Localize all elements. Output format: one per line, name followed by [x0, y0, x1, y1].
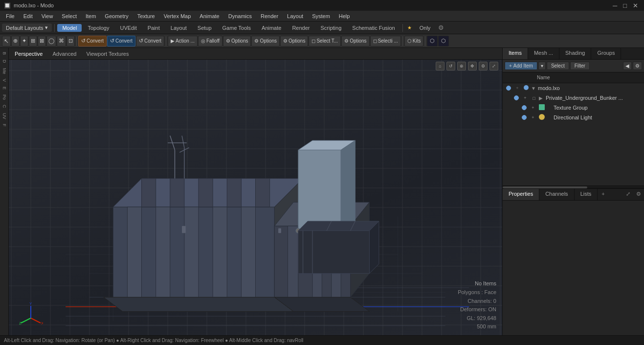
sidebar-tab-me[interactable]: Me	[1, 66, 8, 76]
prop-expand-icon[interactable]: ⤢	[623, 189, 633, 200]
add-item-arrow[interactable]: ▾	[538, 62, 546, 70]
convert-button-blue[interactable]: ↺ Convert	[107, 36, 135, 46]
vis-eye-2[interactable]	[520, 104, 528, 112]
sidebar-tab-c[interactable]: C	[1, 103, 8, 110]
titlebar-controls[interactable]: ─ □ ✕	[611, 2, 640, 9]
selecti-button[interactable]: ◻ Selecti ...	[370, 36, 401, 46]
filter-button[interactable]: Filter	[570, 62, 590, 70]
unreal-connect-button[interactable]: ⬡	[438, 36, 449, 46]
kits-button[interactable]: ⬡ Kits	[404, 36, 424, 46]
tool-btn-7[interactable]: ⊡	[67, 36, 75, 46]
viewport-tab-perspective[interactable]: Perspective	[13, 50, 44, 58]
settings-icon[interactable]: ⚙	[436, 24, 446, 31]
viewport-tab-advanced[interactable]: Advanced	[50, 50, 78, 58]
items-settings-button[interactable]: ⚙	[633, 62, 642, 70]
close-button[interactable]: ✕	[631, 2, 640, 9]
layout-tab-animate[interactable]: Animate	[257, 24, 286, 32]
menu-help[interactable]: Help	[335, 12, 354, 20]
layout-tab-setup[interactable]: Setup	[193, 24, 217, 32]
menu-geometry[interactable]: Geometry	[101, 12, 132, 20]
tree-arrow-3[interactable]: ▶	[547, 115, 553, 120]
vis-circle-3	[522, 115, 527, 120]
status-text: Alt-Left Click and Drag: Navigation: Rot…	[4, 338, 303, 343]
tool-btn-2[interactable]: ✦	[20, 36, 28, 46]
tree-arrow-2[interactable]: ▶	[547, 105, 553, 111]
tree-arrow-1[interactable]: ▶	[539, 95, 545, 101]
panel-tab-mesh[interactable]: Mesh ...	[528, 48, 559, 59]
svg-text:X: X	[41, 321, 43, 325]
options-button-2[interactable]: ⚙ Options	[251, 36, 279, 46]
menu-select[interactable]: Select	[58, 12, 81, 20]
menu-item[interactable]: Item	[82, 12, 100, 20]
vis-eye-1[interactable]	[512, 94, 520, 102]
menu-edit[interactable]: Edit	[20, 12, 37, 20]
action-button[interactable]: ▶ Action ...	[168, 36, 198, 46]
tool-select-icon[interactable]: ↖	[2, 36, 11, 46]
default-layouts-dropdown[interactable]: Default Layouts ▾	[2, 23, 52, 32]
sidebar-tab-uv[interactable]: UV	[1, 111, 8, 121]
select-button[interactable]: Select	[547, 62, 569, 70]
viewport-canvas[interactable]: ⌂ ↺ ⊕ ✥ ⚙ ⤢	[9, 60, 502, 335]
convert-button-normal[interactable]: ↺ Convert	[136, 36, 164, 46]
menu-layout[interactable]: Layout	[283, 12, 307, 20]
select-t-button[interactable]: ◻ Select T...	[309, 36, 341, 46]
items-collapse-button[interactable]: ◀	[623, 62, 632, 70]
sidebar-tab-d[interactable]: D	[1, 58, 8, 65]
tree-label-bunker: Private_Underground_Bunker ...	[546, 95, 623, 101]
layout-tab-uvedit[interactable]: UVEdit	[115, 24, 141, 32]
tree-arrow-0[interactable]: ▼	[531, 86, 537, 91]
tree-row-light[interactable]: + ▶ Directional Light	[503, 113, 644, 122]
add-item-button[interactable]: + Add Item	[505, 62, 537, 70]
sidebar-tab-e[interactable]: E	[1, 85, 8, 92]
prop-tab-channels[interactable]: Channels	[539, 189, 574, 200]
layout-tab-paint[interactable]: Paint	[143, 24, 165, 32]
menu-vertex-map[interactable]: Vertex Map	[160, 12, 195, 20]
prop-tab-lists[interactable]: Lists	[575, 189, 598, 200]
menu-animate[interactable]: Animate	[196, 12, 223, 20]
menu-view[interactable]: View	[38, 12, 57, 20]
layout-tab-topology[interactable]: Topology	[83, 24, 114, 32]
tool-btn-3[interactable]: ⊞	[29, 36, 37, 46]
sidebar-tab-f[interactable]: F	[1, 122, 8, 129]
minimize-button[interactable]: ─	[611, 2, 619, 9]
menu-dynamics[interactable]: Dynamics	[224, 12, 256, 20]
options-button-1[interactable]: ⚙ Options	[223, 36, 251, 46]
only-label[interactable]: Only	[415, 24, 436, 32]
tree-row-bunker[interactable]: + □ ▶ Private_Underground_Bunker ...	[503, 93, 644, 103]
sidebar-tab-b[interactable]: B	[1, 50, 8, 57]
tool-btn-4[interactable]: ⊠	[38, 36, 46, 46]
layout-tab-model[interactable]: Model	[57, 24, 82, 32]
layout-tab-layout[interactable]: Layout	[166, 24, 192, 32]
menu-texture[interactable]: Texture	[133, 12, 159, 20]
menu-system[interactable]: System	[308, 12, 334, 20]
viewport[interactable]: Perspective Advanced Viewport Textures ⌂…	[9, 48, 502, 335]
tool-btn-1[interactable]: ⊕	[11, 36, 20, 46]
tree-row-texture[interactable]: + ▶ Texture Group	[503, 103, 644, 113]
panel-tab-items[interactable]: Items	[503, 48, 528, 59]
tree-row-root[interactable]: + ▼ modo.lxo	[503, 83, 644, 93]
prop-tab-add[interactable]: +	[598, 189, 608, 200]
menu-render[interactable]: Render	[257, 12, 282, 20]
menu-file[interactable]: File	[2, 12, 19, 20]
layout-tab-schematic[interactable]: Schematic Fusion	[347, 24, 400, 32]
maximize-button[interactable]: □	[621, 2, 629, 9]
unreal-button[interactable]: ⬡	[427, 36, 438, 46]
tool-btn-6[interactable]: ⌘	[57, 36, 66, 46]
tool-btn-5[interactable]: ◯	[46, 36, 56, 46]
falloff-button[interactable]: ◎ Falloff	[198, 36, 222, 46]
panel-tab-shading[interactable]: Shading	[559, 48, 591, 59]
vis-eye-3[interactable]	[520, 114, 528, 121]
options-button-4[interactable]: ⚙ Options	[341, 36, 369, 46]
layout-tab-scripting[interactable]: Scripting	[316, 24, 347, 32]
prop-tab-properties[interactable]: Properties	[503, 189, 539, 200]
layout-tab-render[interactable]: Render	[287, 24, 314, 32]
vis-eye-0[interactable]	[505, 84, 512, 92]
layout-tab-game-tools[interactable]: Game Tools	[218, 24, 256, 32]
sidebar-tab-v[interactable]: V	[1, 77, 8, 84]
convert-button-orange[interactable]: ↺ Convert	[78, 36, 107, 46]
prop-settings-icon[interactable]: ⚙	[633, 189, 644, 200]
sidebar-tab-po[interactable]: Po	[1, 92, 8, 102]
viewport-tab-textures[interactable]: Viewport Textures	[84, 50, 131, 58]
panel-tab-groups[interactable]: Groups	[591, 48, 621, 59]
options-button-3[interactable]: ⚙ Options	[280, 36, 308, 46]
